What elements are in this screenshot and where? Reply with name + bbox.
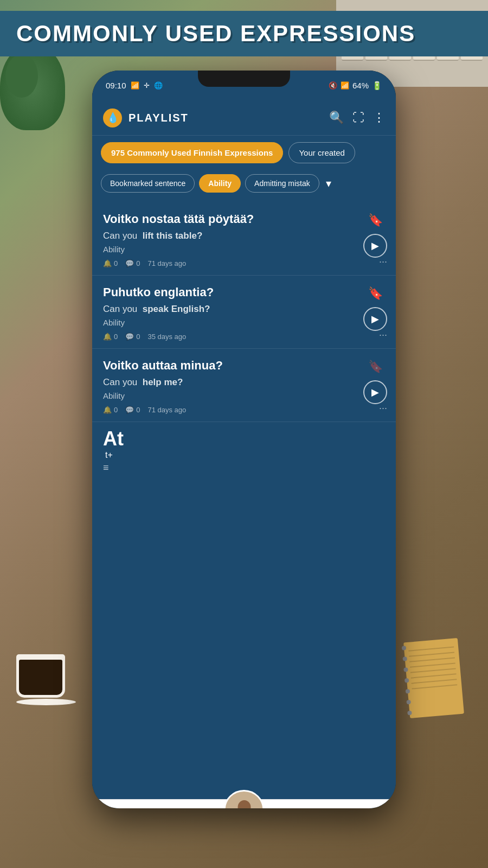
likes-0: 🔔 0 [103, 259, 118, 267]
english-text-0: Can you lift this table? [103, 231, 385, 241]
wifi-icon: 📶 [131, 81, 139, 90]
filter-tabs: Bookmarked sentence Ability Admitting mi… [92, 170, 396, 197]
coffee-decoration [16, 654, 76, 705]
filter-tab-bookmarked[interactable]: Bookmarked sentence [101, 174, 195, 193]
comments-0: 💬 0 [125, 259, 140, 267]
network-icon: ✛ [144, 81, 150, 90]
phone-screen: 💧 PLAYLIST 🔍 ⛶ ⋮ 975 Commonly Used Finni… [92, 100, 396, 808]
app-bar-icons: 🔍 ⛶ ⋮ [329, 111, 385, 125]
expand-icon[interactable]: ⛶ [352, 111, 364, 125]
category-2: Ability [103, 391, 385, 400]
play-button-0[interactable]: ▶ [363, 234, 387, 258]
more-button-0[interactable]: ··· [379, 256, 387, 267]
app-title: PLAYLIST [129, 112, 323, 124]
comment-icon-1: 💬 [125, 333, 134, 341]
text-align-icon: ≡ [103, 462, 385, 474]
mute-icon: 🔇 [329, 81, 337, 90]
more-button-2[interactable]: ··· [379, 403, 387, 414]
meta-1: 🔔 0 💬 0 35 days ago [103, 333, 385, 341]
english-text-1: Can you speak English? [103, 304, 385, 315]
more-icon[interactable]: ⋮ [373, 111, 385, 125]
bookmark-button-0[interactable]: 🔖 [368, 213, 383, 227]
play-button-1[interactable]: ▶ [363, 307, 387, 331]
app-bar: 💧 PLAYLIST 🔍 ⛶ ⋮ [92, 100, 396, 136]
globe-icon: 🌐 [154, 81, 163, 90]
finnish-text-1: Puhutko englantia? [103, 285, 385, 299]
time-ago-1: 35 days ago [147, 333, 186, 341]
comments-1: 💬 0 [125, 333, 140, 341]
category-1: Ability [103, 318, 385, 327]
comments-2: 💬 0 [125, 406, 140, 414]
app-logo: 💧 [103, 108, 122, 127]
avatar-image [228, 794, 260, 809]
phone-notch [198, 71, 290, 87]
filter-tab-ability[interactable]: Ability [199, 174, 241, 193]
battery-icon: 🔋 [372, 81, 382, 91]
banner: COMMONLY USED EXPRESSIONS [0, 11, 488, 56]
finnish-text-0: Voitko nostaa tätä pöytää? [103, 212, 385, 226]
banner-text: COMMONLY USED EXPRESSIONS [16, 21, 415, 47]
finnish-text-2: Voitko auttaa minua? [103, 359, 385, 373]
filter-more-button[interactable]: ▾ [326, 177, 331, 190]
bookmark-button-1[interactable]: 🔖 [368, 286, 383, 301]
accessibility-superscript: t+ [105, 450, 113, 459]
playlist-tab-1[interactable]: Your created [288, 142, 355, 163]
sentence-card-1: Puhutko englantia? Can you speak English… [92, 276, 396, 349]
like-icon-1: 🔔 [103, 333, 112, 341]
sentence-actions-2: 🔖 ▶ [363, 360, 387, 404]
plant-decoration [0, 43, 70, 152]
sentence-actions-1: 🔖 ▶ [363, 286, 387, 331]
like-icon-0: 🔔 [103, 259, 112, 267]
accessibility-large-text: At [103, 427, 385, 450]
comment-icon-2: 💬 [125, 406, 134, 414]
bottom-action-bar: Setting Practice [92, 799, 396, 808]
battery-level: 64% [352, 81, 369, 90]
accessibility-area: At t+ ≡ [92, 422, 396, 517]
likes-2: 🔔 0 [103, 406, 118, 414]
sentence-card-0: Voitko nostaa tätä pöytää? Can you lift … [92, 202, 396, 276]
playlist-tab-0[interactable]: 975 Commonly Used Finnish Expressions [101, 142, 283, 163]
status-left: 09:10 📶 ✛ 🌐 [106, 81, 163, 90]
signal-icon: 📶 [341, 81, 349, 90]
bookmark-button-2[interactable]: 🔖 [368, 360, 383, 374]
more-button-1[interactable]: ··· [379, 329, 387, 341]
comment-icon-0: 💬 [125, 259, 134, 267]
likes-1: 🔔 0 [103, 333, 118, 341]
playlist-tabs: 975 Commonly Used Finnish Expressions Yo… [92, 136, 396, 170]
meta-2: 🔔 0 💬 0 71 days ago [103, 406, 385, 414]
content-area: Voitko nostaa tätä pöytää? Can you lift … [92, 197, 396, 799]
sentence-card-2: Voitko auttaa minua? Can you help me? Ab… [92, 349, 396, 422]
sentence-actions-0: 🔖 ▶ [363, 213, 387, 258]
notebook-decoration [403, 638, 464, 718]
phone-frame: 09:10 📶 ✛ 🌐 🔇 📶 64% 🔋 💧 PLAYLIST 🔍 ⛶ ⋮ [92, 71, 396, 808]
meta-0: 🔔 0 💬 0 71 days ago [103, 259, 385, 267]
time-ago-0: 71 days ago [147, 259, 186, 267]
status-right: 🔇 📶 64% 🔋 [329, 81, 382, 91]
category-0: Ability [103, 245, 385, 254]
time-ago-2: 71 days ago [147, 406, 186, 414]
logo-icon: 💧 [107, 112, 119, 124]
status-time: 09:10 [106, 81, 126, 90]
search-icon[interactable]: 🔍 [329, 111, 344, 125]
filter-tab-admitting[interactable]: Admitting mistak [245, 174, 319, 193]
play-button-2[interactable]: ▶ [363, 380, 387, 404]
like-icon-2: 🔔 [103, 406, 112, 414]
english-text-2: Can you help me? [103, 377, 385, 388]
